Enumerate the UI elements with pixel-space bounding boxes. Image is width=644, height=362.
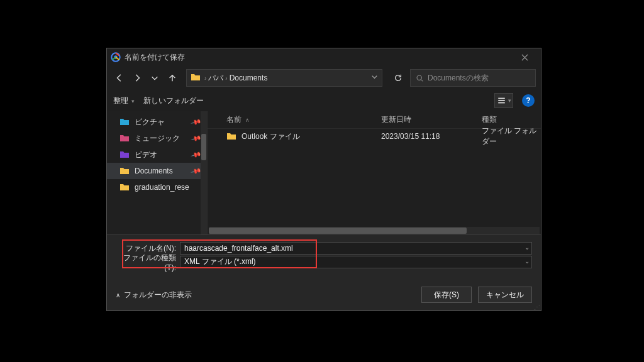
folder-icon	[119, 117, 130, 127]
sidebar-item-videos[interactable]: ビデオ 📌	[107, 146, 207, 163]
new-folder-button[interactable]: 新しいフォルダー	[143, 96, 204, 106]
sidebar-scrollbar[interactable]	[201, 111, 207, 234]
cancel-button[interactable]: キャンセル	[478, 287, 532, 303]
filetype-label: ファイルの種類(T):	[116, 253, 176, 272]
folder-icon	[119, 166, 130, 176]
folder-icon	[119, 150, 130, 160]
breadcrumb[interactable]: › パパ › Documents	[204, 73, 267, 84]
resize-grip[interactable]: ⋰	[534, 305, 540, 309]
refresh-button[interactable]	[389, 69, 408, 87]
sidebar-item-documents[interactable]: Documents 📌	[107, 163, 207, 179]
column-modified[interactable]: 更新日時	[381, 114, 482, 125]
toolbar: 整理 ▾ 新しいフォルダー ▾ ?	[107, 90, 541, 111]
folder-icon	[119, 182, 130, 192]
file-pane: 名前∧ 更新日時 種類 Outlook ファイル 2023/03/15 11:1…	[208, 111, 541, 234]
titlebar: 名前を付けて保存	[107, 48, 541, 66]
folder-icon	[119, 133, 130, 143]
back-button[interactable]	[112, 70, 127, 86]
filename-input[interactable]	[180, 242, 532, 255]
up-button[interactable]	[165, 70, 180, 86]
folder-icon	[226, 131, 236, 141]
close-button[interactable]	[512, 49, 537, 65]
sidebar-item-pictures[interactable]: ピクチャ 📌	[107, 114, 207, 130]
forward-button[interactable]	[130, 70, 145, 86]
address-bar[interactable]: › パパ › Documents	[186, 69, 382, 87]
folder-icon	[191, 72, 201, 84]
save-button[interactable]: 保存(S)	[421, 287, 472, 303]
chrome-icon	[111, 52, 121, 62]
file-list[interactable]: Outlook ファイル 2023/03/15 11:18 ファイル フォルダー	[208, 129, 541, 227]
breadcrumb-item[interactable]: パパ	[208, 73, 223, 84]
svg-rect-4	[498, 100, 505, 101]
filetype-select[interactable]: XML ファイル (*.xml)	[180, 256, 532, 268]
file-row[interactable]: Outlook ファイル 2023/03/15 11:18 ファイル フォルダー	[208, 129, 541, 144]
column-type[interactable]: 種類	[482, 114, 541, 125]
dialog-title: 名前を付けて保存	[125, 52, 185, 63]
organize-menu[interactable]: 整理 ▾	[113, 96, 135, 106]
chevron-down-icon[interactable]	[371, 74, 378, 82]
column-name[interactable]: 名前∧	[226, 114, 381, 125]
bottom-panel: ファイル名(N): ⌄ ファイルの種類(T): XML ファイル (*.xml)…	[107, 234, 541, 310]
breadcrumb-item[interactable]: Documents	[230, 74, 268, 82]
view-options-button[interactable]: ▾	[494, 93, 513, 108]
nav-row: › パパ › Documents Documentsの検索	[107, 66, 541, 90]
svg-point-2	[417, 75, 421, 80]
sidebar: ピクチャ 📌 ミュージック 📌 ビデオ 📌 Documents 📌	[107, 111, 208, 234]
svg-rect-3	[498, 98, 505, 99]
search-placeholder: Documentsの検索	[428, 73, 489, 84]
recent-locations-button[interactable]	[147, 70, 162, 86]
sidebar-item-music[interactable]: ミュージック 📌	[107, 130, 207, 146]
sort-asc-icon: ∧	[245, 117, 250, 123]
save-as-dialog: 名前を付けて保存 ›	[106, 48, 541, 311]
sidebar-item-graduation[interactable]: graduation_rese	[107, 179, 207, 195]
search-input[interactable]: Documentsの検索	[410, 69, 536, 87]
help-button[interactable]: ?	[522, 94, 535, 107]
search-icon	[416, 74, 424, 82]
file-horizontal-scrollbar[interactable]	[209, 227, 540, 234]
chevron-up-icon: ∧	[116, 292, 120, 299]
svg-rect-5	[498, 102, 505, 104]
hide-folders-toggle[interactable]: ∧ フォルダーの非表示	[116, 290, 192, 300]
